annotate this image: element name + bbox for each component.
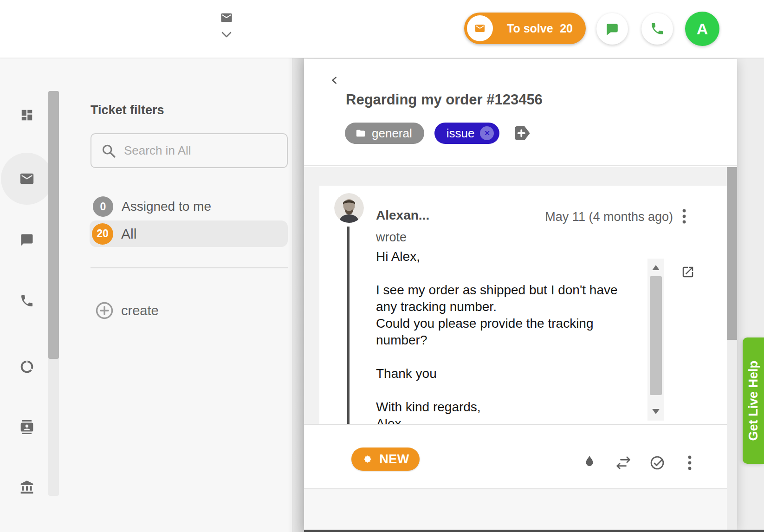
message-body: Hi Alex, I see my order as shipped but I… <box>376 248 645 424</box>
filter-label: Assigned to me <box>122 199 211 214</box>
get-live-help-ribbon[interactable]: Get Live Help <box>743 337 764 464</box>
message-scrollbar[interactable] <box>647 259 664 421</box>
ticket-footer-area <box>304 489 737 530</box>
sidebar-item-calls[interactable] <box>10 284 44 318</box>
message-menu-button[interactable] <box>673 205 695 227</box>
thread-line <box>347 227 350 424</box>
top-bar: To solve 20 A <box>0 0 764 58</box>
mail-menu-button[interactable] <box>214 8 239 51</box>
body-line: Thank you <box>376 365 645 382</box>
to-solve-label: To solve <box>507 22 553 35</box>
more-actions-button[interactable] <box>678 451 702 475</box>
mail-icon <box>473 23 486 34</box>
get-live-help-label: Get Live Help <box>746 361 761 441</box>
body-line: With kind regards, <box>376 399 645 415</box>
ticket-scrollbar-thumb[interactable] <box>727 167 737 340</box>
add-tag-icon <box>513 123 531 143</box>
transfer-button[interactable] <box>611 451 635 475</box>
assigned-count-badge: 0 <box>93 196 113 217</box>
ticket-filters-title: Ticket filters <box>91 103 164 117</box>
dashboard-icon <box>20 108 34 122</box>
ticket-tag-label: issue <box>447 126 475 141</box>
chevron-down-icon <box>221 32 232 38</box>
contacts-icon <box>19 420 34 435</box>
message-date: May 11 (4 months ago) <box>545 210 673 224</box>
body-line <box>376 382 645 399</box>
chats-button[interactable] <box>596 13 628 45</box>
add-tag-button[interactable] <box>512 123 531 143</box>
check-circle-icon <box>649 454 666 471</box>
search-input[interactable] <box>124 143 277 158</box>
flame-icon <box>583 455 596 470</box>
phone-icon <box>19 293 34 308</box>
left-panel-background <box>0 58 292 532</box>
filter-assigned-to-me[interactable]: 0 Assigned to me <box>91 195 288 218</box>
to-solve-count: 20 <box>560 22 573 35</box>
sidebar-item-dashboard[interactable] <box>10 98 44 132</box>
resolve-button[interactable] <box>645 451 669 475</box>
department-tag[interactable]: general <box>345 123 424 144</box>
app-screen: To solve 20 A <box>0 0 764 532</box>
sidebar-item-chats[interactable] <box>10 223 44 257</box>
create-filter-button[interactable]: create <box>95 299 197 322</box>
body-line: Alex <box>376 415 645 424</box>
overlay-shadow <box>288 58 304 532</box>
filter-all[interactable]: 20 All <box>90 221 288 247</box>
ticket-title: Regarding my order #123456 <box>346 91 543 108</box>
left-panel-scrollbar[interactable] <box>48 91 59 496</box>
status-label: NEW <box>379 452 409 467</box>
priority-button[interactable] <box>577 451 602 475</box>
department-tag-label: general <box>372 126 412 141</box>
message-list-area: Alexan... May 11 (4 months ago) wrote Hi… <box>304 167 737 424</box>
mail-icon <box>219 11 234 24</box>
scroll-up-icon[interactable] <box>652 265 660 270</box>
external-link-icon <box>681 265 695 279</box>
phone-icon <box>650 21 665 36</box>
message-author: Alexan... <box>376 208 429 223</box>
ticket-action-bar: NEW <box>304 424 737 489</box>
body-line: Hi Alex, <box>376 248 645 265</box>
status-badge[interactable]: NEW <box>351 448 420 471</box>
message-card: Alexan... May 11 (4 months ago) wrote Hi… <box>319 186 727 424</box>
ticket-detail-panel: Regarding my order #123456 general issue <box>304 59 737 530</box>
left-panel-scrollbar-thumb[interactable] <box>48 91 59 359</box>
create-label: create <box>121 303 159 318</box>
ticket-tag[interactable]: issue <box>434 123 500 144</box>
sidebar-item-reports[interactable] <box>10 350 44 383</box>
filter-label: All <box>121 226 136 242</box>
transfer-arrows-icon <box>615 456 632 470</box>
scroll-down-icon[interactable] <box>652 409 660 414</box>
body-line: Could you please provide the tracking <box>376 315 645 332</box>
folder-icon <box>355 128 366 138</box>
agent-avatar-button[interactable]: A <box>685 12 719 46</box>
sidebar-item-contacts[interactable] <box>10 410 44 444</box>
message-wrote-label: wrote <box>376 230 407 245</box>
sidebar-item-company[interactable] <box>10 471 44 504</box>
data-usage-icon <box>19 359 34 374</box>
plus-circle-icon <box>95 301 114 320</box>
tags-row: general issue <box>345 122 531 144</box>
to-solve-mail-badge <box>467 15 493 41</box>
kebab-menu-icon <box>682 208 686 224</box>
search-box <box>91 133 288 168</box>
panel-bottom-edge <box>304 530 764 532</box>
filters-divider <box>91 267 288 268</box>
back-button[interactable] <box>324 70 345 91</box>
remove-tag-icon[interactable] <box>480 126 494 140</box>
agent-initial: A <box>697 20 708 38</box>
ticket-scrollbar[interactable] <box>727 167 737 530</box>
body-line: any tracking number. <box>376 298 645 315</box>
body-line: I see my order as shipped but I don't ha… <box>376 282 645 298</box>
calls-button[interactable] <box>641 13 673 45</box>
sidebar-item-tickets[interactable] <box>10 162 44 195</box>
body-line <box>376 265 645 282</box>
search-icon <box>101 143 117 159</box>
open-in-new-button[interactable] <box>678 262 698 282</box>
kebab-menu-icon <box>688 455 692 471</box>
message-scrollbar-thumb[interactable] <box>650 276 662 395</box>
body-line: number? <box>376 332 645 349</box>
customer-avatar <box>334 193 364 223</box>
to-solve-button[interactable]: To solve 20 <box>464 13 586 44</box>
chevron-left-icon <box>330 75 340 86</box>
all-count-badge: 20 <box>92 223 113 245</box>
